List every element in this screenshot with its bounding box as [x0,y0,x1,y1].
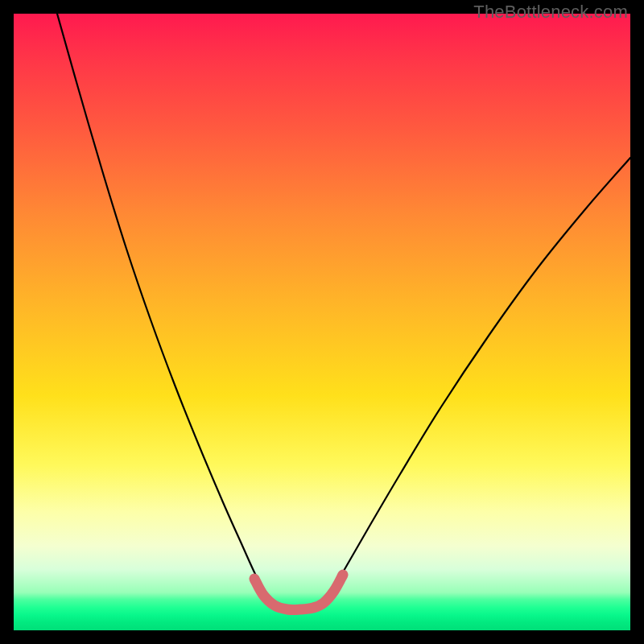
curves-svg [14,14,630,630]
bottom-marker [254,575,343,609]
chart-frame: TheBottleneck.com [0,0,644,644]
plot-area [14,14,630,630]
watermark-text: TheBottleneck.com [473,2,628,23]
right-curve [331,158,630,592]
left-curve [57,14,265,592]
